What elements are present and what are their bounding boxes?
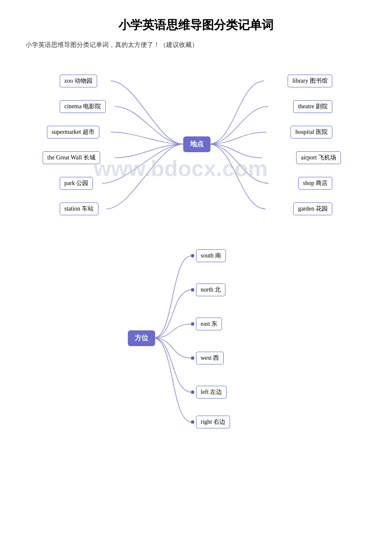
node-north: north 北 <box>196 283 225 296</box>
center-node-direction: 方位 <box>128 330 155 346</box>
node-cinema: cinema 电影院 <box>60 100 106 113</box>
mindmap-directions: 方位 south 南 north 北 east 东 west 西 left 左边… <box>26 237 366 441</box>
node-shop: shop 商店 <box>298 177 332 190</box>
svg-point-0 <box>191 254 194 257</box>
node-park: park 公园 <box>60 177 93 190</box>
svg-point-5 <box>191 420 194 424</box>
node-theatre: theatre 剧院 <box>293 100 332 113</box>
node-library: library 图书馆 <box>288 75 332 87</box>
node-airport: airport 飞机场 <box>296 151 341 164</box>
subtitle: 小学英语思维导图分类记单词，真的太方便了！（建议收藏） <box>26 41 366 49</box>
mindmap-places: zoo 动物园 cinema 电影院 supermarket 超市 the Gr… <box>26 62 366 224</box>
node-right: right 右边 <box>196 416 230 428</box>
node-south: south 南 <box>196 249 226 262</box>
node-hospital: hospital 医院 <box>291 126 332 139</box>
node-zoo: zoo 动物园 <box>60 75 97 87</box>
svg-point-4 <box>191 390 194 394</box>
watermark: www.bdocx.com <box>94 156 268 181</box>
svg-point-1 <box>191 288 194 292</box>
page-title: 小学英语思维导图分类记单词 <box>26 17 366 33</box>
node-station: station 车站 <box>60 202 98 215</box>
node-left: left 左边 <box>196 386 227 399</box>
node-west: west 西 <box>196 352 224 364</box>
node-garden: garden 花园 <box>293 202 332 215</box>
node-supermarket: supermarket 超市 <box>47 126 99 139</box>
svg-point-3 <box>191 356 194 360</box>
svg-point-2 <box>191 322 194 326</box>
node-greatwall: the Great Wall 长城 <box>43 151 100 164</box>
node-east: east 东 <box>196 318 222 330</box>
center-node-place: 地点 <box>183 136 210 152</box>
